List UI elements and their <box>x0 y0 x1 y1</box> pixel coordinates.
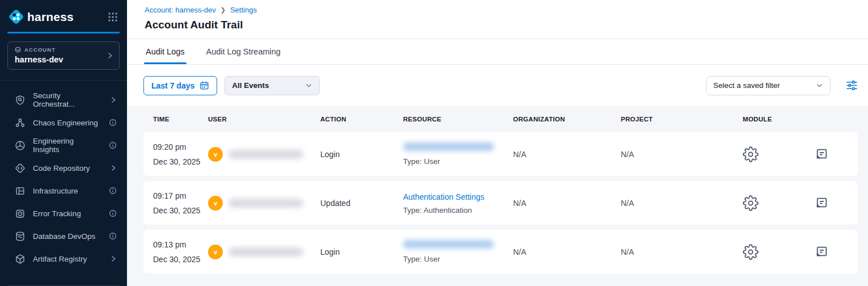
account-label: ACCOUNT <box>24 47 56 53</box>
organization-cell: N/A <box>513 199 621 208</box>
event-summary-note-icon[interactable] <box>815 147 829 161</box>
resource-cell: Authentication Settings Type: Authentica… <box>403 192 513 214</box>
sidebar-item-code-repository[interactable]: Code Repository <box>0 157 127 179</box>
details-cell <box>803 196 858 210</box>
sidebar-item-infrastructure[interactable]: Infrastructure <box>0 179 127 202</box>
table-row: 09:20 pmDec 30, 2025 v Login Type: User … <box>143 132 858 176</box>
details-cell <box>803 245 858 259</box>
filter-bar: Last 7 days All Events Select <box>127 65 868 106</box>
redacted-user-name <box>228 150 303 159</box>
brand-underline <box>7 32 120 33</box>
gear-icon[interactable] <box>743 244 759 260</box>
avatar: v <box>208 147 223 162</box>
code-repository-icon <box>15 163 26 174</box>
gear-icon[interactable] <box>743 195 759 211</box>
saved-filter-placeholder: Select a saved filter <box>713 81 780 90</box>
time-cell: 09:17 pmDec 30, 2025 <box>153 188 208 218</box>
engineering-insights-icon <box>15 140 26 151</box>
account-name: harness-dev <box>15 55 112 64</box>
user-cell: v <box>208 245 320 259</box>
project-cell: N/A <box>621 150 738 159</box>
page-title: Account Audit Trail <box>145 19 868 39</box>
date-range-label: Last 7 days <box>151 81 194 90</box>
module-cell <box>738 244 803 260</box>
redacted-user-name <box>228 247 303 256</box>
brand-header: harness <box>0 0 127 26</box>
sidebar-item-engineering-insights[interactable]: Engineering Insights <box>0 134 127 157</box>
sidebar-item-label: Engineering Insights <box>33 137 101 154</box>
account-switcher[interactable]: ACCOUNT harness-dev <box>7 41 120 70</box>
filter-sliders-icon[interactable] <box>846 80 858 91</box>
breadcrumb-settings-link[interactable]: Settings <box>230 6 257 14</box>
app-grid-icon[interactable] <box>108 12 118 22</box>
events-filter-select[interactable]: All Events <box>225 76 320 95</box>
sidebar-item-error-tracking[interactable]: Error Tracking <box>0 202 127 225</box>
chevron-right-icon <box>110 165 117 171</box>
organization-cell: N/A <box>513 247 621 256</box>
account-icon <box>15 47 21 53</box>
event-summary-note-icon[interactable] <box>815 196 829 210</box>
organization-cell: N/A <box>513 150 621 159</box>
chevron-right-icon <box>107 52 113 59</box>
sidebar-item-label: Chaos Engineering <box>33 119 98 127</box>
audit-table: TIME USER ACTION RESOURCE ORGANIZATION P… <box>127 106 868 286</box>
info-icon <box>109 187 117 195</box>
column-header-action: ACTION <box>320 116 403 123</box>
resource-cell: Type: User <box>403 240 513 263</box>
avatar: v <box>208 196 223 211</box>
sidebar-item-label: Code Repository <box>33 164 90 173</box>
chevron-down-icon <box>305 82 312 89</box>
action-cell: Login <box>320 150 403 159</box>
sidebar-item-chaos-engineering[interactable]: Chaos Engineering <box>0 111 127 134</box>
brand-name: harness <box>27 10 74 24</box>
chevron-separator-icon: ❯ <box>221 6 226 14</box>
chevron-down-icon <box>816 82 823 89</box>
resource-link[interactable]: Authentication Settings <box>403 192 484 201</box>
resource-type: Type: Authentication <box>403 206 513 214</box>
gear-icon[interactable] <box>743 146 759 162</box>
chaos-engineering-icon <box>15 117 26 128</box>
sidebar-item-label: Artifact Registry <box>33 255 87 263</box>
chevron-right-icon <box>110 255 117 262</box>
user-cell: v <box>208 147 320 162</box>
action-cell: Login <box>320 247 403 256</box>
sidebar: harness ACCOUNT harness-dev <box>0 0 127 286</box>
table-row: 09:13 pmDec 30, 2025 v Login Type: User … <box>143 230 858 274</box>
date-range-button[interactable]: Last 7 days <box>143 76 217 95</box>
sidebar-item-database-devops[interactable]: Database DevOps <box>0 225 127 247</box>
tab-audit-log-streaming[interactable]: Audit Log Streaming <box>206 39 281 64</box>
table-header-row: TIME USER ACTION RESOURCE ORGANIZATION P… <box>143 106 858 132</box>
info-icon <box>109 119 117 127</box>
shield-icon <box>15 95 26 106</box>
tab-audit-logs[interactable]: Audit Logs <box>146 39 185 64</box>
breadcrumb-account-link[interactable]: Account: harness-dev <box>145 6 216 14</box>
time-cell: 09:20 pmDec 30, 2025 <box>153 140 208 169</box>
project-cell: N/A <box>621 247 738 256</box>
column-header-module: MODULE <box>738 116 803 123</box>
details-cell <box>803 147 858 161</box>
main-content: Account: harness-dev ❯ Settings Account … <box>127 0 868 286</box>
avatar: v <box>208 245 223 259</box>
info-icon <box>109 209 117 217</box>
breadcrumb: Account: harness-dev ❯ Settings <box>145 6 868 14</box>
page-header: Account: harness-dev ❯ Settings Account … <box>127 0 868 39</box>
error-tracking-icon <box>15 208 26 219</box>
table-row: 09:17 pmDec 30, 2025 v Updated Authentic… <box>143 181 858 225</box>
time-cell: 09:13 pmDec 30, 2025 <box>153 237 208 267</box>
resource-cell: Type: User <box>403 142 513 166</box>
event-summary-note-icon[interactable] <box>815 245 829 259</box>
info-icon <box>109 232 117 240</box>
tabs: Audit Logs Audit Log Streaming <box>127 39 868 65</box>
action-cell: Updated <box>320 199 403 208</box>
module-cell <box>738 146 803 162</box>
sidebar-item-artifact-registry[interactable]: Artifact Registry <box>0 247 127 270</box>
column-header-time: TIME <box>153 116 208 123</box>
saved-filter-select[interactable]: Select a saved filter <box>706 76 831 95</box>
chevron-right-icon <box>110 96 117 103</box>
info-icon <box>109 141 117 149</box>
module-cell <box>738 195 803 211</box>
events-filter-value: All Events <box>232 81 269 90</box>
calendar-icon <box>200 81 209 90</box>
sidebar-item-security-orchestration[interactable]: Security Orchestrat... <box>0 89 127 111</box>
redacted-resource-link <box>403 142 494 151</box>
